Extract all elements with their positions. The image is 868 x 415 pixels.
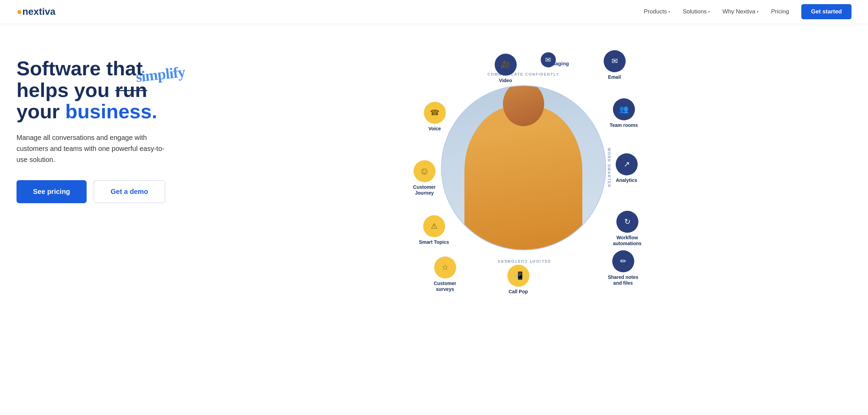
center-circle (441, 85, 606, 250)
sharedfiles-icon: ✏ (612, 250, 634, 272)
teamrooms-label: Team rooms (609, 122, 638, 128)
feature-voice[interactable]: ☎ Voice (418, 102, 452, 132)
hero-left: Software that helps you run simplify you… (17, 37, 195, 203)
journey-icon: ☺ (414, 160, 436, 182)
sharedfiles-label: Shared notes and files (606, 274, 640, 286)
hero-buttons: See pricing Get a demo (17, 180, 195, 203)
video-label: Video (499, 78, 512, 84)
teamrooms-icon: 👥 (613, 98, 635, 120)
feature-topics[interactable]: ⚠ Smart Topics (417, 215, 451, 245)
get-demo-button[interactable]: Get a demo (94, 180, 165, 203)
nav-solutions[interactable]: Solutions ▾ (683, 8, 710, 15)
nav-why-nextiva[interactable]: Why Nextiva ▾ (723, 8, 759, 15)
arc-label-bottom: DELIGHT CUSTOMERS (497, 259, 550, 263)
feature-journey[interactable]: ☺ Customer Journey (407, 160, 442, 196)
journey-label: Customer Journey (407, 184, 442, 196)
email-icon: ✉ (604, 50, 626, 72)
diagram-container: COMMUNICATE CONFIDENTLY WORK SMARTER DEL… (400, 44, 647, 292)
hero-diagram: COMMUNICATE CONFIDENTLY WORK SMARTER DEL… (195, 37, 851, 298)
surveys-label: Customer surveys (428, 281, 462, 292)
feature-callpop[interactable]: 📲 Call Pop (501, 265, 536, 295)
hero-subtext: Manage all conversations and engage with… (17, 132, 175, 165)
logo-text: ●nextiva (17, 6, 55, 17)
topics-icon: ⚠ (423, 215, 445, 237)
surveys-icon: ☆ (434, 256, 456, 279)
feature-workflow[interactable]: ↻ Workflow automations (610, 211, 645, 247)
chevron-down-icon: ▾ (757, 10, 759, 14)
feature-analytics[interactable]: ↗ Analytics (609, 153, 644, 183)
analytics-icon: ↗ (616, 153, 638, 175)
business-highlight: business. (65, 100, 157, 122)
video-icon: 🎥 (495, 54, 517, 76)
get-started-button[interactable]: Get started (801, 4, 851, 19)
analytics-label: Analytics (616, 177, 637, 183)
callpop-label: Call Pop (508, 289, 528, 295)
chevron-down-icon: ▾ (668, 10, 670, 14)
hero-headline: Software that helps you run simplify you… (17, 58, 195, 122)
feature-surveys[interactable]: ☆ Customer surveys (428, 256, 462, 292)
voice-icon: ☎ (424, 102, 446, 124)
chevron-down-icon: ▾ (708, 10, 710, 14)
voice-label: Voice (428, 126, 441, 132)
feature-video[interactable]: 🎥 Video (488, 54, 523, 84)
callpop-icon: 📲 (507, 265, 529, 287)
hero-section: Software that helps you run simplify you… (0, 23, 868, 415)
workflow-icon: ↻ (616, 211, 638, 233)
feature-email[interactable]: ✉ Email (597, 50, 632, 80)
nav-pricing[interactable]: Pricing (771, 8, 789, 15)
email-label: Email (608, 74, 621, 80)
workflow-label: Workflow automations (610, 235, 645, 247)
strikethrough-line (115, 90, 147, 91)
navbar: ●nextiva Products ▾ Solutions ▾ Why Next… (0, 0, 868, 23)
nav-links: Products ▾ Solutions ▾ Why Nextiva ▾ Pri… (644, 4, 851, 19)
nav-products[interactable]: Products ▾ (644, 8, 670, 15)
strikethrough-wrap: run simplify (115, 79, 147, 101)
topics-label: Smart Topics (419, 239, 449, 245)
feature-teamrooms[interactable]: 👥 Team rooms (607, 98, 641, 128)
logo[interactable]: ●nextiva (17, 6, 55, 17)
see-pricing-button[interactable]: See pricing (17, 180, 87, 203)
feature-sharedfiles[interactable]: ✏ Shared notes and files (606, 250, 640, 286)
messaging-icon[interactable]: ✉ (541, 52, 556, 67)
